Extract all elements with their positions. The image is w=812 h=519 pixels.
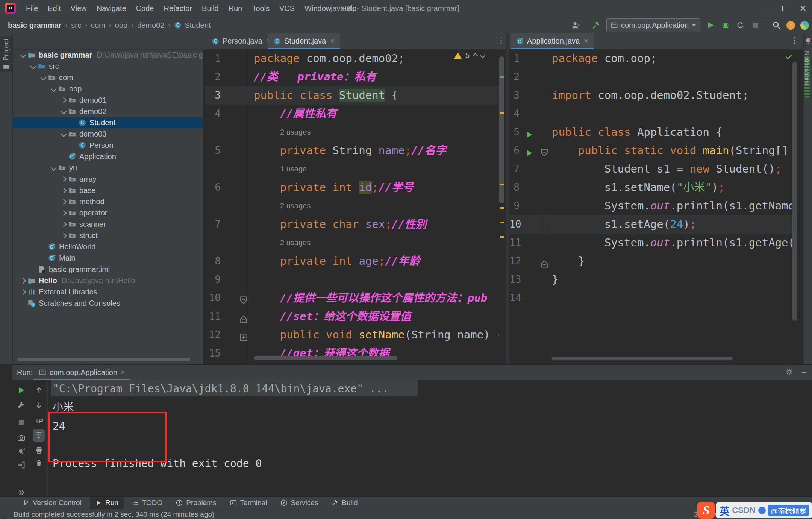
chevron-right-icon[interactable] (61, 187, 67, 193)
run-gutter-icon[interactable] (525, 145, 533, 155)
breadcrumb-item[interactable]: com (91, 21, 105, 30)
next-warning-icon[interactable] (480, 53, 485, 58)
build-status-message[interactable]: Build completed successfully in 2 sec, 3… (14, 509, 214, 519)
more-icon[interactable]: ⋮ (496, 35, 506, 47)
fold-up-icon[interactable] (239, 311, 248, 321)
tree-item-scanner[interactable]: scanner (13, 219, 203, 230)
breadcrumb-item[interactable]: demo02 (137, 21, 164, 30)
run-icon[interactable] (706, 20, 715, 30)
tree-item-student[interactable]: CStudent (13, 117, 203, 128)
chevron-down-icon[interactable] (30, 63, 36, 69)
close-icon[interactable]: × (584, 37, 588, 46)
status-window-icon[interactable] (4, 511, 11, 518)
editor-scrollbar[interactable] (792, 62, 797, 321)
editor-scrollbar[interactable] (499, 56, 504, 203)
tree-item-method[interactable]: method (13, 196, 203, 207)
fold-down-icon[interactable] (540, 145, 548, 155)
debug-icon[interactable] (721, 20, 730, 30)
chevron-right-icon[interactable] (61, 97, 67, 103)
tree-item-oop[interactable]: oop (13, 83, 203, 94)
build-hammer-icon[interactable] (591, 20, 601, 30)
chevron-right-icon[interactable] (61, 232, 67, 238)
editor-h-scrollbar[interactable] (254, 356, 397, 360)
fold-plus-icon[interactable] (239, 329, 248, 339)
chevron-down-icon[interactable] (40, 74, 46, 80)
prev-warning-icon[interactable] (473, 53, 478, 58)
tree-item-src[interactable]: src (13, 61, 203, 72)
print-icon[interactable] (34, 445, 43, 454)
tree-item-array[interactable]: array (13, 173, 203, 185)
tree-item-yu[interactable]: yu (13, 162, 203, 173)
tree-item-main[interactable]: CMain (13, 252, 203, 264)
tree-item-struct[interactable]: struct (13, 230, 203, 241)
close-icon[interactable]: × (121, 368, 125, 377)
tree-item-demo01[interactable]: demo01 (13, 94, 203, 106)
tree-item-basic-grammar[interactable]: basic grammarD:\Java\java run\javaSE\bas… (13, 49, 203, 61)
tab-application-java[interactable]: CApplication.java× (511, 33, 594, 49)
chevron-right-icon[interactable] (61, 199, 67, 205)
breadcrumb-item[interactable]: oop (115, 21, 127, 30)
update-icon[interactable]: ↑ (786, 21, 795, 30)
tab-student-java[interactable]: CStudent.java× (268, 33, 340, 49)
up-arrow-icon[interactable] (34, 385, 43, 395)
scroll-to-end-icon[interactable] (33, 429, 45, 442)
chevron-right-icon[interactable] (61, 221, 67, 227)
gear-icon[interactable] (785, 368, 793, 377)
close-icon[interactable]: × (330, 37, 335, 46)
chevron-down-icon[interactable] (61, 108, 67, 114)
coverage-icon[interactable] (736, 20, 745, 30)
toolwindow-button-services[interactable]: Services (275, 497, 323, 509)
menu-item-tools[interactable]: Tools (247, 0, 274, 17)
notifications-label[interactable]: Notifications (803, 51, 810, 86)
run-tab[interactable]: com.oop.Application × (33, 365, 130, 380)
menu-item-edit[interactable]: Edit (43, 0, 65, 17)
user-icon[interactable] (571, 20, 580, 30)
clear-icon[interactable] (34, 458, 43, 467)
chevron-right-icon[interactable] (20, 289, 26, 295)
tree-item-scratches-and-consoles[interactable]: Scratches and Consoles (13, 297, 203, 309)
toolwindow-button-todo[interactable]: TODO (127, 497, 168, 509)
tree-item-demo02[interactable]: demo02 (13, 106, 203, 117)
menu-item-view[interactable]: View (66, 0, 92, 17)
menu-item-navigate[interactable]: Navigate (92, 0, 131, 17)
run-config-select[interactable]: com.oop.Application (606, 18, 700, 32)
soft-wrap-icon[interactable] (34, 416, 43, 425)
project-h-scrollbar[interactable] (17, 358, 190, 361)
tree-item-basic-grammar-iml[interactable]: basic grammar.iml (13, 264, 203, 275)
wrench-icon[interactable] (17, 400, 26, 409)
chevron-right-icon[interactable] (61, 176, 67, 182)
breadcrumb-item[interactable]: Student (185, 21, 211, 30)
tree-item-hello[interactable]: HelloD:\Java\java run\Hello (13, 275, 203, 286)
tree-item-application[interactable]: CApplication (13, 151, 203, 162)
toolwindow-button-terminal[interactable]: Terminal (225, 497, 273, 509)
chevron-down-icon[interactable] (50, 165, 56, 171)
tree-item-external-libraries[interactable]: External Libraries (13, 286, 203, 297)
rerun-failed-icon[interactable] (17, 446, 26, 455)
restore-button[interactable] (776, 0, 794, 17)
tool-stripe-project[interactable]: Project (0, 36, 12, 72)
run-console[interactable]: "C:\Program Files\Java\jdk1.8.0_144\bin\… (48, 380, 812, 496)
breadcrumb-item[interactable]: src (71, 21, 81, 30)
tree-item-com[interactable]: com (13, 72, 203, 83)
chevron-down-icon[interactable] (20, 52, 26, 58)
menu-item-vcs[interactable]: VCS (274, 0, 300, 17)
gradient-icon[interactable] (800, 21, 809, 30)
chevron-right-icon[interactable] (61, 210, 67, 216)
tree-item-person[interactable]: CPerson (13, 140, 203, 151)
chevron-right-icon[interactable] (20, 278, 26, 284)
tree-item-operator[interactable]: operator (13, 207, 203, 219)
menu-item-build[interactable]: Build (197, 0, 223, 17)
tree-item-demo03[interactable]: demo03 (13, 128, 203, 140)
bell-icon[interactable] (805, 38, 812, 44)
toolwindow-button-problems[interactable]: Problems (171, 497, 221, 509)
tree-item-base[interactable]: base (13, 185, 203, 196)
editor-application-java[interactable]: 1package com.oop;23import com.oop.demo02… (509, 49, 792, 364)
stop-icon[interactable] (751, 20, 760, 30)
menu-item-run[interactable]: Run (224, 0, 247, 17)
toolwindow-button-run[interactable]: Run (90, 497, 124, 509)
menu-item-refactor[interactable]: Refactor (159, 0, 197, 17)
restore-layout-icon[interactable] (17, 460, 26, 469)
search-icon[interactable] (771, 20, 781, 30)
toolwindow-button-version-control[interactable]: Version Control (17, 497, 87, 509)
menu-item-code[interactable]: Code (131, 0, 159, 17)
